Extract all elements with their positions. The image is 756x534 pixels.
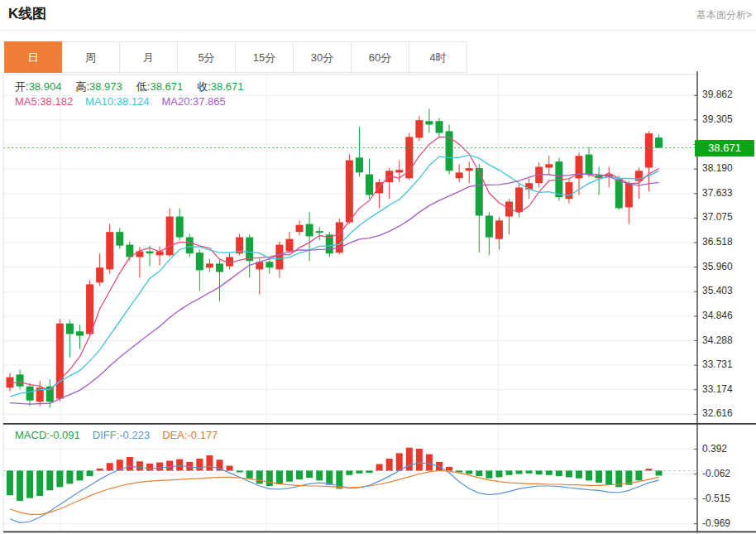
tab-min5[interactable]: 5分 xyxy=(178,41,236,73)
price-tick-36.518: 36.518 xyxy=(702,236,733,248)
fundamental-analysis-link[interactable]: 基本面分析> xyxy=(696,8,752,22)
ma-readout: MA5:38.182MA10:38.124MA20:37.865 xyxy=(15,95,226,108)
macd-tick-0.392: 0.392 xyxy=(702,443,727,455)
tab-min60[interactable]: 60分 xyxy=(352,41,409,73)
macd-tick--0.969: -0.969 xyxy=(702,517,730,529)
ma-ma5: MA5:38.182 xyxy=(15,95,73,108)
price-tick-32.616: 32.616 xyxy=(702,407,733,419)
page-title: K线图 xyxy=(8,4,46,23)
macd-diff: DIFF:-0.223 xyxy=(93,429,150,441)
macd-tick--0.062: -0.062 xyxy=(702,468,730,479)
price-tick-37.075: 37.075 xyxy=(702,211,733,223)
kline-page: K线图 基本面分析> 日周月5分15分30分60分4时 开:38.904高:38… xyxy=(0,0,756,534)
tab-hour4[interactable]: 4时 xyxy=(409,41,467,73)
price-tick-34.288: 34.288 xyxy=(702,334,733,346)
macd-tick--0.515: -0.515 xyxy=(702,493,730,504)
price-tick-35.960: 35.960 xyxy=(702,261,733,272)
tab-min30[interactable]: 30分 xyxy=(294,41,352,73)
ma-ma20: MA20:37.865 xyxy=(161,95,225,108)
current-price-badge: 38.671 xyxy=(695,140,754,156)
macd-macd: MACD:-0.091 xyxy=(15,429,80,441)
price-tick-39.305: 39.305 xyxy=(702,113,733,125)
ohlc-readout: 开:38.904高:38.973低:38.671收:38.671 xyxy=(15,79,244,94)
price-tick-37.633: 37.633 xyxy=(702,187,733,199)
ma-ma10: MA10:38.124 xyxy=(85,95,149,108)
tab-day[interactable]: 日 xyxy=(4,41,62,73)
price-tick-38.190: 38.190 xyxy=(702,162,733,174)
header-divider xyxy=(0,30,756,31)
price-tick-33.174: 33.174 xyxy=(702,383,733,395)
ohlc-open: 开:38.904 xyxy=(15,79,61,94)
price-tick-35.403: 35.403 xyxy=(702,285,733,296)
macd-dea: DEA:-0.177 xyxy=(162,429,218,441)
period-tab-bar: 日周月5分15分30分60分4时 xyxy=(4,41,467,73)
ohlc-high: 高:38.973 xyxy=(75,79,122,94)
tab-min15[interactable]: 15分 xyxy=(236,41,294,73)
tab-month[interactable]: 月 xyxy=(120,41,178,73)
price-tick-34.846: 34.846 xyxy=(702,310,733,321)
price-tick-33.731: 33.731 xyxy=(702,358,733,370)
price-tick-39.862: 39.862 xyxy=(702,89,733,100)
ohlc-close: 收:38.671 xyxy=(197,79,243,94)
main-chart-area[interactable] xyxy=(3,75,697,532)
ohlc-low: 低:38.671 xyxy=(136,79,183,94)
macd-readout: MACD:-0.091DIFF:-0.223DEA:-0.177 xyxy=(15,429,218,441)
tab-week[interactable]: 周 xyxy=(62,41,120,73)
